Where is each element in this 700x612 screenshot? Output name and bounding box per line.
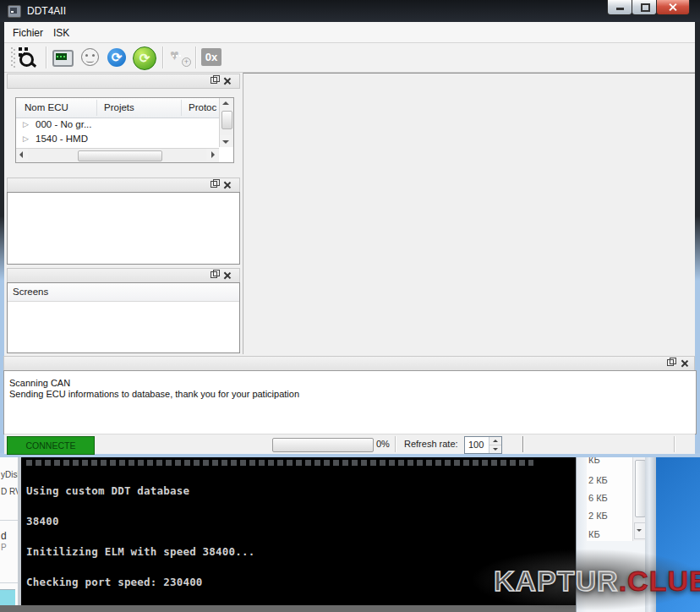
close-icon [223, 181, 231, 189]
ecu-dock-float-button[interactable] [209, 76, 220, 86]
arrow-up-icon [493, 440, 498, 442]
log-line: Sending ECU informations to database, th… [9, 389, 299, 399]
green-sync-icon: ⟳ [133, 46, 156, 70]
scroll-down-button[interactable] [220, 135, 232, 147]
scrollbar-thumb[interactable] [221, 111, 232, 129]
refresh-rate-spinbox[interactable]: 100 [464, 436, 502, 454]
console-line: 38400 [26, 516, 254, 527]
file-size-cell: 2 КБ [588, 475, 608, 485]
watermark-primary: KAPTUR [494, 565, 619, 597]
hex-badge-icon: 0x [201, 48, 221, 66]
toolbar-separator [46, 46, 47, 68]
column-projets[interactable]: Projets [104, 102, 134, 112]
refresh-rate-label: Refresh rate: [404, 439, 458, 449]
close-button[interactable] [656, 0, 690, 15]
spin-up-button[interactable] [489, 437, 501, 445]
file-size-cell: 2 КБ [588, 511, 608, 521]
scrollbar-thumb[interactable] [78, 150, 162, 161]
info-dock-close-button[interactable] [222, 180, 233, 190]
window-title: DDT4AII [27, 5, 66, 17]
hex-mode-button[interactable]: 0x [200, 46, 225, 70]
face-sketch-icon [81, 48, 99, 66]
expand-arrow-icon[interactable]: ▷ [23, 134, 29, 143]
arrow-up-icon [222, 101, 229, 105]
toolbar: ⟳ ⟳ ♥ + 0x [4, 43, 695, 73]
horizontal-scrollbar[interactable] [16, 148, 219, 162]
spin-down-button[interactable] [489, 445, 501, 453]
log-dock-close-button[interactable] [680, 358, 691, 369]
statusbar-separator [674, 436, 675, 452]
screens-list[interactable]: Screens [7, 282, 240, 353]
ecu-row-label[interactable]: 000 - No gr... [36, 119, 91, 129]
background-file-list: КБ 2 КБ 6 КБ 2 КБ КБ [587, 457, 632, 541]
log-output[interactable]: Scanning CAN Sending ECU informations to… [3, 370, 697, 434]
screens-list-header[interactable]: Screens [8, 283, 239, 302]
refresh-rate-value[interactable]: 100 [468, 440, 484, 450]
ecu-row[interactable]: ▷ 1540 - HMD [16, 133, 219, 147]
progress-bar [272, 438, 374, 452]
screen: yDisk D RV d P КБ 2 КБ 6 КБ 2 КБ КБ Usin… [0, 0, 700, 612]
ecu-dock-titlebar[interactable] [7, 74, 240, 89]
statusbar-separator [522, 436, 524, 452]
arrow-right-icon [211, 151, 215, 158]
bg-text-fragment: P [1, 543, 7, 552]
arrow-left-icon [19, 151, 23, 158]
console-line: Using custom DDT database [26, 486, 254, 496]
scroll-up-button[interactable] [220, 98, 232, 110]
maximize-icon [641, 3, 650, 12]
float-icon [211, 181, 217, 188]
info-dock-titlebar[interactable] [7, 178, 240, 193]
ecu-dock-close-button[interactable] [222, 76, 233, 86]
blue-sync-icon: ⟳ [107, 48, 126, 67]
info-dock-float-button[interactable] [209, 180, 220, 190]
arrow-down-icon [493, 448, 498, 451]
ecu-row-label[interactable]: 1540 - HMD [36, 134, 88, 144]
reload-database-button[interactable]: ⟳ [132, 46, 157, 70]
statusbar-separator [395, 436, 396, 452]
column-protocole[interactable]: Protoc [189, 102, 216, 112]
mdi-area [243, 73, 695, 354]
minimize-button[interactable] [607, 0, 632, 15]
expand-arrow-icon[interactable]: ▷ [23, 120, 29, 128]
ecu-table[interactable]: Nom ECU Projets Protoc ▷ 000 - No gr... … [15, 97, 234, 163]
maximize-button[interactable] [632, 0, 657, 15]
column-nom-ecu[interactable]: Nom ECU [25, 102, 68, 112]
divider [0, 582, 19, 583]
toolbar-separator [162, 46, 164, 68]
app-icon [8, 5, 21, 18]
ecu-table-header[interactable]: Nom ECU Projets Protoc [16, 98, 219, 118]
ecu-row[interactable]: ▷ 000 - No gr... [16, 118, 219, 133]
arrow-down-icon [637, 529, 642, 532]
console-line: Initilizing ELM with speed 38400... [26, 547, 254, 557]
scan-search-button[interactable] [16, 46, 41, 70]
menu-fichier[interactable]: Fichier [8, 25, 48, 41]
minimize-icon [616, 8, 624, 10]
connect-status-button[interactable]: CONNECTE [7, 436, 95, 455]
info-dock-content[interactable] [7, 192, 240, 265]
log-dock-float-button[interactable] [665, 358, 676, 369]
app-window: DDT4AII Fichier ISK [0, 0, 700, 457]
file-size-cell: 6 КБ [588, 493, 608, 503]
scroll-right-button[interactable] [206, 149, 218, 161]
log-dock-titlebar[interactable] [3, 356, 695, 371]
monitor-waveform-icon [52, 50, 74, 67]
title-bar[interactable]: DDT4AII [0, 0, 700, 22]
menu-isk[interactable]: ISK [48, 25, 74, 41]
screens-dock-titlebar[interactable] [7, 268, 240, 283]
progress-percent: 0% [376, 439, 390, 449]
status-bar: CONNECTE 0% Refresh rate: 100 [4, 434, 695, 454]
divider [0, 520, 19, 521]
watermark: KAPTUR.CLUB [494, 565, 700, 598]
screen-view-button[interactable] [50, 46, 75, 70]
screens-dock-float-button[interactable] [209, 270, 220, 281]
diagnostics-button[interactable]: ♥ + [167, 46, 192, 70]
column-divider [96, 100, 97, 116]
expert-mode-button[interactable] [78, 46, 103, 70]
plus-badge-icon: + [182, 57, 191, 67]
screens-dock-close-button[interactable] [222, 270, 233, 281]
scroll-left-button[interactable] [16, 149, 28, 161]
refresh-button[interactable]: ⟳ [105, 46, 130, 70]
vertical-scrollbar[interactable] [219, 98, 233, 147]
toolbar-separator [195, 46, 197, 68]
toolbar-drag-handle[interactable] [11, 47, 15, 68]
